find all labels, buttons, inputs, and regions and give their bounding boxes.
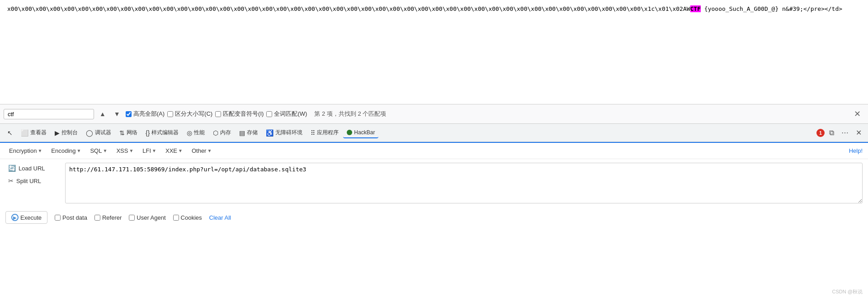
tab-network[interactable]: ⇅ 网络 <box>116 127 141 138</box>
menu-encryption[interactable]: Encryption ▼ <box>5 146 46 156</box>
console-label: 控制台 <box>61 129 78 137</box>
devtools-cursor-tool[interactable]: ↖ <box>4 127 16 138</box>
debugger-label: 调试器 <box>95 129 111 137</box>
find-prev-button[interactable]: ▲ <box>97 108 108 119</box>
load-url-button[interactable]: 🔄 Load URL <box>5 163 60 174</box>
hackbar-bottom: ▶ Execute Post data Referer User Agent C… <box>0 208 868 228</box>
tab-style-editor[interactable]: {} 样式编辑器 <box>142 127 182 138</box>
tab-debugger[interactable]: ◯ 调试器 <box>82 127 115 138</box>
diacritic-label[interactable]: 匹配变音符号(I) <box>215 110 264 118</box>
hackbar-url-area <box>65 163 863 205</box>
whole-word-label[interactable]: 全词匹配(W) <box>266 110 307 118</box>
tab-apps[interactable]: ⠿ 应用程序 <box>307 127 342 138</box>
inspector-label: 查看器 <box>30 129 47 137</box>
whole-word-checkbox[interactable] <box>266 111 272 117</box>
url-textarea[interactable] <box>65 163 863 203</box>
encoding-arrow-icon: ▼ <box>77 148 81 153</box>
hackbar-panel: Encryption ▼ Encoding ▼ SQL ▼ XSS ▼ LFI … <box>0 142 868 255</box>
hackbar-label: HackBar <box>354 129 375 136</box>
devtools-toolbar: ↖ ⬜ 查看器 ▶ 控制台 ◯ 调试器 ⇅ 网络 {} 样式编辑器 ◎ 性能 ⬡… <box>0 124 868 142</box>
hackbar-dot-icon <box>347 130 352 135</box>
load-url-label: Load URL <box>19 165 45 172</box>
style-editor-label: 样式编辑器 <box>151 129 179 137</box>
case-sensitive-checkbox[interactable] <box>167 111 173 117</box>
sql-arrow-icon: ▼ <box>103 148 107 153</box>
tab-performance[interactable]: ◎ 性能 <box>183 127 208 138</box>
more-options-button[interactable]: ⋯ <box>839 127 851 139</box>
tab-console[interactable]: ▶ 控制台 <box>51 127 81 138</box>
referer-checkbox[interactable] <box>94 215 100 221</box>
encoding-label: Encoding <box>51 147 75 154</box>
ctf-highlight: CTF <box>690 5 701 12</box>
content-text-before: x00\x00\x00\x00\x00\x00\x00\x00\x00\x00\… <box>7 5 690 12</box>
tab-storage[interactable]: ▤ 存储 <box>236 127 261 138</box>
other-arrow-icon: ▼ <box>207 148 212 153</box>
toolbar-right: 1 ⧉ ⋯ ✕ <box>816 127 864 139</box>
menu-encoding[interactable]: Encoding ▼ <box>47 146 85 156</box>
diacritic-checkbox[interactable] <box>215 111 221 117</box>
clear-all-button[interactable]: Clear All <box>209 214 231 221</box>
hackbar-body: 🔄 Load URL ✂ Split URL <box>0 159 868 208</box>
xss-label: XSS <box>116 147 128 154</box>
cursor-icon: ↖ <box>7 129 13 137</box>
menu-xxe[interactable]: XXE ▼ <box>162 146 186 156</box>
encryption-arrow-icon: ▼ <box>38 148 42 153</box>
menu-lfi[interactable]: LFI ▼ <box>139 146 160 156</box>
tab-memory[interactable]: ⬡ 内存 <box>209 127 235 138</box>
menu-other[interactable]: Other ▼ <box>188 146 215 156</box>
xxe-arrow-icon: ▼ <box>178 148 183 153</box>
cookies-checkbox[interactable] <box>173 215 179 221</box>
whole-word-text: 全词匹配(W) <box>274 110 307 118</box>
apps-icon: ⠿ <box>311 129 315 137</box>
case-sensitive-label[interactable]: 区分大小写(C) <box>167 110 212 118</box>
watermark: CSDN @秋说 <box>832 288 863 295</box>
storage-label: 存储 <box>247 129 258 137</box>
user-agent-text: User Agent <box>137 214 165 221</box>
execute-icon: ▶ <box>11 214 19 221</box>
referer-label[interactable]: Referer <box>94 214 122 221</box>
style-editor-icon: {} <box>146 129 150 137</box>
other-label: Other <box>192 147 207 154</box>
tab-inspector[interactable]: ⬜ 查看器 <box>17 127 50 138</box>
post-data-text: Post data <box>62 214 87 221</box>
split-url-icon: ✂ <box>8 177 14 184</box>
xxe-label: XXE <box>165 147 177 154</box>
find-bar: ▲ ▼ 高亮全部(A) 区分大小写(C) 匹配变音符号(I) 全词匹配(W) 第… <box>0 104 868 124</box>
post-data-checkbox[interactable] <box>55 215 61 221</box>
diacritic-text: 匹配变音符号(I) <box>223 110 264 118</box>
tab-accessibility[interactable]: ♿ 无障碍环境 <box>262 127 306 138</box>
user-agent-label[interactable]: User Agent <box>129 214 165 221</box>
help-button[interactable]: Help! <box>849 147 863 154</box>
performance-icon: ◎ <box>187 129 192 137</box>
post-data-label[interactable]: Post data <box>55 214 87 221</box>
execute-label: Execute <box>20 214 42 221</box>
memory-label: 内存 <box>220 129 231 137</box>
detach-button[interactable]: ⧉ <box>826 127 837 139</box>
checkbox-row: Post data Referer User Agent Cookies Cle… <box>55 214 231 221</box>
cookies-text: Cookies <box>181 214 202 221</box>
menu-sql[interactable]: SQL ▼ <box>86 146 111 156</box>
find-close-button[interactable]: ✕ <box>850 108 864 120</box>
find-next-button[interactable]: ▼ <box>111 108 123 119</box>
user-agent-checkbox[interactable] <box>129 215 135 221</box>
case-sensitive-text: 区分大小写(C) <box>175 110 212 118</box>
debugger-icon: ◯ <box>86 129 93 137</box>
network-icon: ⇅ <box>119 129 125 137</box>
highlight-all-label[interactable]: 高亮全部(A) <box>126 110 165 118</box>
close-devtools-button[interactable]: ✕ <box>853 127 864 139</box>
menu-xss[interactable]: XSS ▼ <box>113 146 137 156</box>
highlight-all-checkbox[interactable] <box>126 111 132 117</box>
cookies-label[interactable]: Cookies <box>173 214 202 221</box>
split-url-button[interactable]: ✂ Split URL <box>5 175 60 186</box>
tab-hackbar[interactable]: HackBar <box>343 127 378 138</box>
memory-icon: ⬡ <box>213 129 218 137</box>
highlight-all-text: 高亮全部(A) <box>133 110 165 118</box>
find-input[interactable] <box>4 109 94 119</box>
execute-button[interactable]: ▶ Execute <box>5 211 47 224</box>
inspector-icon: ⬜ <box>21 129 28 137</box>
network-label: 网络 <box>127 129 137 137</box>
performance-label: 性能 <box>194 129 205 137</box>
load-url-icon: 🔄 <box>8 165 16 172</box>
hackbar-menu: Encryption ▼ Encoding ▼ SQL ▼ XSS ▼ LFI … <box>0 143 868 159</box>
split-url-label: Split URL <box>16 178 41 184</box>
